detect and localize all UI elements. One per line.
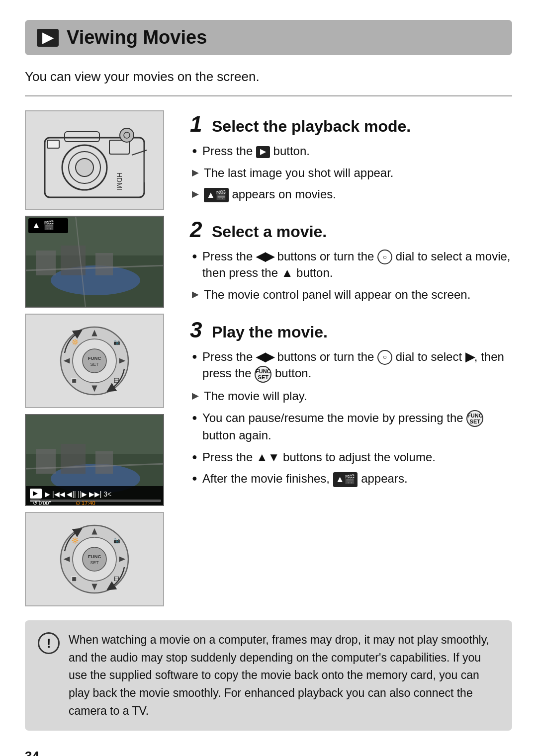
up-down-arrows: ▲▼	[256, 450, 280, 464]
step-2-number: 2	[190, 219, 206, 241]
step-2-title: Select a movie.	[212, 223, 327, 241]
note-icon: !	[38, 632, 60, 654]
header-play-icon: ▶	[37, 29, 59, 47]
step-3-number: 3	[190, 319, 206, 341]
bullet-1-3-text: ▲🎬 appears on movies.	[204, 186, 336, 203]
bullet-1-3: ▶ ▲🎬 appears on movies.	[192, 186, 512, 203]
note-box: ! When watching a movie on a computer, f…	[25, 620, 512, 731]
page-header: ▶ Viewing Movies	[25, 20, 512, 55]
func-set-button-icon: FUNCSET	[255, 366, 271, 383]
left-column: HDMI	[25, 110, 174, 606]
step-1-title: Select the playback mode.	[212, 117, 411, 136]
bullet-3-4: ● Press the ▲▼ buttons to adjust the vol…	[192, 449, 512, 466]
svg-point-24	[83, 349, 106, 373]
step-1-bullets: ● Press the ▶ button. ▶ The last image y…	[190, 143, 512, 203]
right-column: 1 Select the playback mode. ● Press the …	[190, 110, 512, 606]
bullet-3-2: ▶ The movie will play.	[192, 388, 512, 405]
svg-text:HDMI: HDMI	[115, 172, 123, 190]
svg-text:SET: SET	[90, 362, 99, 367]
bullet-1-2-text: The last image you shot will appear.	[204, 165, 394, 181]
page-title: Viewing Movies	[67, 27, 207, 48]
bullet-arrow-icon-4: ▶	[192, 390, 199, 402]
bullet-circle-icon: ●	[192, 145, 197, 157]
bullet-1-2: ▶ The last image you shot will appear.	[192, 165, 512, 181]
svg-rect-5	[65, 132, 99, 142]
bullet-circle-icon-4: ●	[192, 350, 197, 363]
movie-badge-icon-2: ▲🎬	[333, 472, 358, 487]
svg-text:0'00": 0'00"	[39, 500, 51, 506]
func-set-button-icon-2: FUNCSET	[466, 410, 483, 427]
lr-arrows-2: ◀▶	[256, 350, 274, 363]
bullet-3-5-text: After the movie finishes, ▲🎬 appears.	[202, 470, 408, 487]
step-3-header: 3 Play the movie.	[190, 319, 512, 341]
note-text: When watching a movie on a computer, fra…	[69, 631, 499, 720]
step-3-title: Play the movie.	[212, 323, 328, 341]
bullet-2-1: ● Press the ◀▶ buttons or turn the ○ dia…	[192, 248, 512, 281]
play-arrow: ▶	[465, 350, 474, 363]
bullet-arrow-icon: ▶	[192, 167, 199, 179]
step-2-header: 2 Select a movie.	[190, 219, 512, 241]
bullet-3-2-text: The movie will play.	[204, 388, 307, 405]
step-2-bullets: ● Press the ◀▶ buttons or turn the ○ dia…	[190, 248, 512, 303]
bullet-arrow-icon-3: ▶	[192, 288, 199, 301]
up-arrow: ▲	[281, 266, 293, 279]
svg-text:↺: ↺	[33, 500, 37, 506]
page-number: 34	[25, 749, 512, 756]
aerial-image-1: ▲ 🎬	[25, 216, 164, 308]
svg-text:🔳: 🔳	[71, 576, 78, 583]
bullet-circle-icon-5: ●	[192, 412, 197, 424]
svg-text:▲ 🎬: ▲ 🎬	[32, 220, 55, 231]
svg-point-53	[83, 547, 106, 571]
camera-image: HDMI	[25, 110, 164, 210]
bullet-3-5: ● After the movie finishes, ▲🎬 appears.	[192, 470, 512, 487]
svg-text:🔳: 🔳	[71, 377, 78, 384]
bullet-circle-icon-6: ●	[192, 451, 197, 463]
svg-rect-40	[95, 451, 113, 474]
content-grid: HDMI	[25, 110, 512, 606]
svg-rect-15	[36, 251, 56, 275]
bullet-2-2: ▶ The movie control panel will appear on…	[192, 286, 512, 303]
bullet-3-1: ● Press the ◀▶ buttons or turn the ○ dia…	[192, 348, 512, 383]
bullet-2-2-text: The movie control panel will appear on t…	[204, 286, 470, 303]
bullet-1-1-text: Press the ▶ button.	[202, 143, 310, 160]
bullet-arrow-icon-2: ▶	[192, 188, 199, 200]
step-1-number: 1	[190, 113, 206, 135]
svg-text:FUNC: FUNC	[88, 554, 101, 559]
step-3-bullets: ● Press the ◀▶ buttons or turn the ○ dia…	[190, 348, 512, 487]
svg-text:📷: 📷	[113, 537, 120, 544]
step-2: 2 Select a movie. ● Press the ◀▶ buttons…	[190, 219, 512, 303]
step-3: 3 Play the movie. ● Press the ◀▶ buttons…	[190, 319, 512, 487]
subtitle: You can view your movies on the screen.	[25, 69, 512, 84]
svg-point-3	[76, 159, 93, 176]
bullet-3-3-text: You can pause/resume the movie by pressi…	[202, 410, 512, 444]
lr-arrows: ◀▶	[256, 250, 274, 263]
svg-text:🔆: 🔆	[72, 338, 79, 345]
bullet-3-1-text: Press the ◀▶ buttons or turn the ○ dial …	[202, 348, 512, 383]
bullet-3-4-text: Press the ▲▼ buttons to adjust the volum…	[202, 449, 436, 466]
controls-wheel-1: FUNC SET 🔆 📷 🔳 🎞	[25, 314, 164, 408]
svg-text:⊙ 17:40: ⊙ 17:40	[76, 500, 95, 506]
movie-badge-icon: ▲🎬	[204, 188, 229, 202]
aerial-image-2: ▶ |◀◀ ◀|| ||▶ ▶▶| 3< ↺ 0'00" ⊙ 17:40	[25, 414, 164, 506]
bullet-circle-icon-3: ●	[192, 250, 197, 262]
svg-rect-39	[61, 444, 86, 474]
step-1: 1 Select the playback mode. ● Press the …	[190, 113, 512, 203]
controls-wheel-2: FUNC SET 🔆 📷 🔳 🎞	[25, 512, 164, 606]
divider	[25, 95, 512, 96]
bullet-1-1: ● Press the ▶ button.	[192, 143, 512, 160]
svg-point-10	[120, 128, 134, 142]
svg-text:📷: 📷	[113, 338, 120, 345]
svg-rect-17	[95, 253, 113, 275]
playback-button-icon: ▶	[256, 146, 270, 158]
bullet-3-3: ● You can pause/resume the movie by pres…	[192, 410, 512, 444]
svg-text:🔆: 🔆	[72, 537, 79, 544]
svg-rect-6	[47, 140, 59, 148]
step-1-header: 1 Select the playback mode.	[190, 113, 512, 136]
bullet-circle-icon-7: ●	[192, 472, 197, 485]
svg-text:SET: SET	[90, 560, 99, 565]
svg-rect-38	[36, 449, 56, 474]
svg-text:▶ |◀◀ ◀|| ||▶ ▶▶| 3<: ▶ |◀◀ ◀|| ||▶ ▶▶| 3<	[45, 490, 111, 498]
svg-text:FUNC: FUNC	[88, 355, 101, 361]
bullet-2-1-text: Press the ◀▶ buttons or turn the ○ dial …	[202, 248, 512, 281]
dial-icon-2: ○	[377, 350, 392, 365]
